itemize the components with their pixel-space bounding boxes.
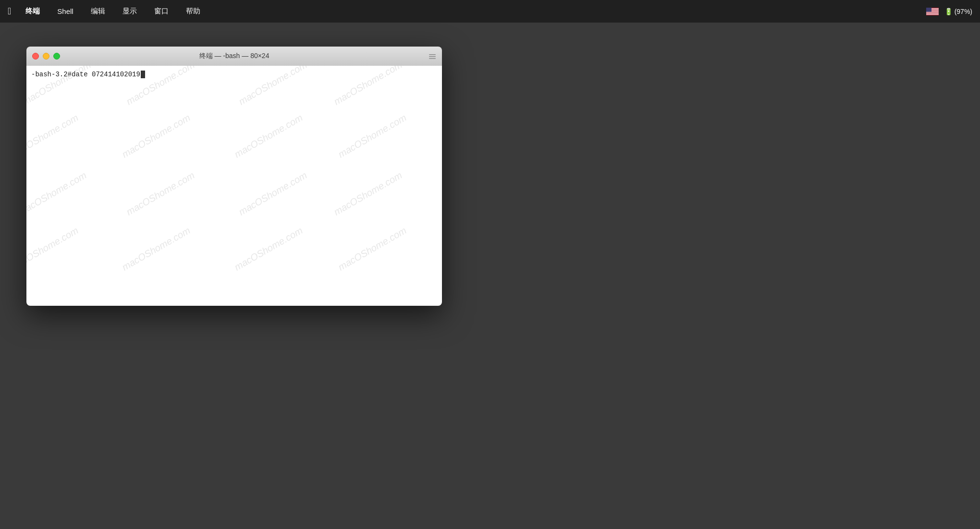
battery-indicator: 🔋 (97%) xyxy=(944,8,972,15)
window-title: 终端 — -bash — 80×24 xyxy=(199,52,270,60)
menu-item-terminal[interactable]: 终端 xyxy=(23,6,43,17)
terminal-content[interactable]: macOShome.com macOShome.com macOShome.co… xyxy=(26,66,442,306)
title-bar-right xyxy=(429,52,436,60)
menu-item-view[interactable]: 显示 xyxy=(120,6,140,17)
watermark: macOShome.com xyxy=(236,170,308,218)
desktop: 终端 — -bash — 80×24 macOShome.com macOSho… xyxy=(0,23,980,529)
terminal-command-line: -bash-3.2# date 072414102019 xyxy=(31,70,437,79)
svg-rect-9 xyxy=(429,56,436,57)
svg-rect-4 xyxy=(926,12,939,12)
watermark-overlay: macOShome.com macOShome.com macOShome.co… xyxy=(26,66,442,306)
menu-item-window[interactable]: 窗口 xyxy=(151,6,172,17)
menubar-left:  终端 Shell 编辑 显示 窗口 帮助 xyxy=(8,6,203,17)
watermark: macOShome.com xyxy=(336,112,408,160)
apple-menu[interactable]:  xyxy=(8,6,11,17)
watermark: macOShome.com xyxy=(26,170,88,218)
watermark: macOShome.com xyxy=(336,225,408,273)
close-button[interactable] xyxy=(32,53,39,60)
svg-rect-6 xyxy=(926,14,939,14)
menu-item-shell[interactable]: Shell xyxy=(54,6,76,16)
resize-icon[interactable] xyxy=(429,52,436,60)
menubar-right: 🔋 (97%) xyxy=(926,8,972,15)
terminal-command: date 072414102019 xyxy=(72,70,140,79)
watermark: macOShome.com xyxy=(124,170,196,218)
maximize-button[interactable] xyxy=(53,53,60,60)
menu-item-help[interactable]: 帮助 xyxy=(183,6,203,17)
watermark: macOShome.com xyxy=(26,225,80,273)
watermark: macOShome.com xyxy=(233,225,305,273)
menu-item-edit[interactable]: 编辑 xyxy=(88,6,108,17)
window-buttons xyxy=(32,53,60,60)
minimize-button[interactable] xyxy=(43,53,49,60)
watermark: macOShome.com xyxy=(332,170,404,218)
watermark: macOShome.com xyxy=(233,112,305,160)
svg-rect-7 xyxy=(926,8,931,12)
watermark: macOShome.com xyxy=(120,225,192,273)
terminal-prompt: -bash-3.2# xyxy=(31,70,72,79)
svg-rect-10 xyxy=(429,58,436,59)
svg-rect-8 xyxy=(429,54,436,55)
title-bar: 终端 — -bash — 80×24 xyxy=(26,47,442,66)
menubar:  终端 Shell 编辑 显示 窗口 帮助 🔋 (97%) xyxy=(0,0,980,23)
terminal-cursor xyxy=(141,71,145,78)
terminal-window[interactable]: 终端 — -bash — 80×24 macOShome.com macOSho… xyxy=(26,47,442,306)
svg-rect-5 xyxy=(926,13,939,13)
watermark: macOShome.com xyxy=(120,112,192,160)
watermark: macOShome.com xyxy=(26,112,80,160)
flag-icon xyxy=(926,8,939,15)
